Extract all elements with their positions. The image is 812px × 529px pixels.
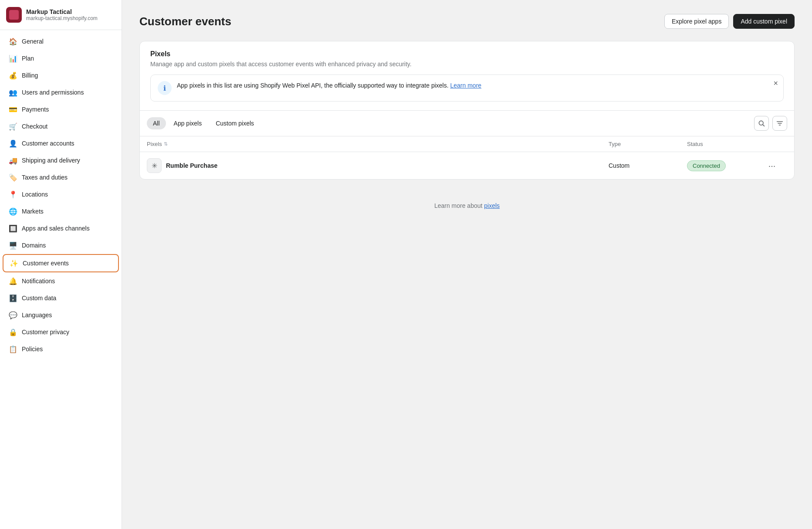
learn-more-section: Learn more about pixels: [139, 188, 795, 223]
sidebar-label-checkout: Checkout: [22, 123, 47, 130]
general-icon: 🏠: [9, 37, 17, 46]
column-header-actions: [765, 141, 787, 147]
header-actions: Explore pixel apps Add custom pixel: [664, 14, 795, 29]
tab-app-pixels[interactable]: App pixels: [168, 117, 208, 129]
domains-icon: 🖥️: [9, 241, 17, 250]
nav-section: 🏠General📊Plan💰Billing👥Users and permissi…: [0, 30, 122, 360]
sidebar-item-domains[interactable]: 🖥️Domains: [3, 237, 119, 254]
pixels-section-title: Pixels: [150, 50, 784, 58]
sidebar-item-custom-data[interactable]: 🗄️Custom data: [3, 290, 119, 306]
sidebar-label-markets: Markets: [22, 208, 44, 215]
sidebar-label-general: General: [22, 38, 44, 45]
checkout-icon: 🛒: [9, 122, 17, 131]
pixel-status: Connected: [687, 160, 765, 171]
store-name: Markup Tactical: [26, 8, 98, 15]
sidebar-label-policies: Policies: [22, 346, 43, 353]
sidebar-item-markets[interactable]: 🌐Markets: [3, 203, 119, 220]
column-header-pixels: Pixels ⇅: [147, 141, 609, 147]
sidebar-label-taxes: Taxes and duties: [22, 174, 68, 181]
sidebar-label-billing: Billing: [22, 72, 38, 79]
sidebar-label-payments: Payments: [22, 106, 49, 113]
sidebar-item-payments[interactable]: 💳Payments: [3, 101, 119, 118]
sidebar-item-locations[interactable]: 📍Locations: [3, 186, 119, 203]
filter-tabs: All App pixels Custom pixels: [140, 111, 794, 136]
sidebar-item-billing[interactable]: 💰Billing: [3, 67, 119, 84]
info-banner-text: App pixels in this list are using Shopif…: [177, 81, 776, 90]
pixels-card: Pixels Manage app and custom pixels that…: [139, 41, 795, 180]
sidebar-item-customer-privacy[interactable]: 🔒Customer privacy: [3, 324, 119, 340]
page-header: Customer events Explore pixel apps Add c…: [139, 14, 795, 29]
tab-actions: [754, 116, 787, 131]
learn-more-link-banner[interactable]: Learn more: [450, 82, 481, 89]
sidebar-label-locations: Locations: [22, 191, 48, 198]
sort-icon: [776, 120, 783, 127]
main-content: Customer events Explore pixel apps Add c…: [122, 0, 812, 529]
store-info: Markup Tactical markup-tactical.myshopif…: [26, 8, 98, 21]
more-options-button[interactable]: ···: [765, 159, 778, 172]
row-actions: ···: [765, 159, 787, 172]
shipping-icon: 🚚: [9, 156, 17, 165]
sidebar-label-domains: Domains: [22, 242, 46, 249]
sidebar-item-customer-accounts[interactable]: 👤Customer accounts: [3, 135, 119, 152]
sort-button[interactable]: [772, 116, 787, 131]
svg-line-1: [763, 125, 765, 126]
pixel-icon: ✳: [147, 158, 162, 173]
add-custom-pixel-button[interactable]: Add custom pixel: [733, 14, 795, 29]
tab-all[interactable]: All: [147, 117, 166, 129]
sidebar-label-customer-accounts: Customer accounts: [22, 140, 74, 147]
sidebar-item-checkout[interactable]: 🛒Checkout: [3, 118, 119, 135]
sidebar-label-custom-data: Custom data: [22, 295, 56, 302]
explore-pixel-apps-button[interactable]: Explore pixel apps: [664, 14, 729, 29]
learn-more-text: Learn more about: [434, 202, 484, 209]
apps-icon: 🔲: [9, 224, 17, 233]
close-banner-button[interactable]: ×: [773, 79, 778, 87]
sidebar-label-languages: Languages: [22, 312, 52, 319]
sidebar-label-plan: Plan: [22, 55, 34, 62]
page-title: Customer events: [139, 15, 231, 28]
sidebar-item-users[interactable]: 👥Users and permissions: [3, 84, 119, 101]
pixels-section-header: Pixels Manage app and custom pixels that…: [140, 41, 794, 111]
pixels-learn-more-link[interactable]: pixels: [484, 202, 500, 209]
sidebar-label-customer-privacy: Customer privacy: [22, 329, 69, 336]
column-header-status: Status: [687, 141, 765, 147]
custom-data-icon: 🗄️: [9, 294, 17, 302]
sidebar-label-shipping: Shipping and delivery: [22, 157, 80, 164]
status-badge: Connected: [687, 160, 726, 171]
info-icon: ℹ: [158, 81, 172, 95]
customer-events-icon: ✨: [10, 259, 18, 268]
markets-icon: 🌐: [9, 207, 17, 216]
store-url: markup-tactical.myshopify.com: [26, 15, 98, 21]
payments-icon: 💳: [9, 105, 17, 114]
pixel-name-cell: ✳ Rumble Purchase: [147, 158, 609, 173]
locations-icon: 📍: [9, 190, 17, 199]
column-header-type: Type: [609, 141, 687, 147]
customer-accounts-icon: 👤: [9, 139, 17, 148]
sidebar: Markup Tactical markup-tactical.myshopif…: [0, 0, 122, 529]
sidebar-item-general[interactable]: 🏠General: [3, 33, 119, 50]
search-icon: [758, 120, 765, 127]
pixels-section-description: Manage app and custom pixels that access…: [150, 61, 784, 68]
sidebar-item-notifications[interactable]: 🔔Notifications: [3, 273, 119, 289]
customer-privacy-icon: 🔒: [9, 328, 17, 336]
policies-icon: 📋: [9, 345, 17, 353]
sidebar-item-customer-events[interactable]: ✨Customer events: [3, 254, 119, 272]
notifications-icon: 🔔: [9, 277, 17, 285]
sidebar-label-notifications: Notifications: [22, 278, 55, 285]
sidebar-item-taxes[interactable]: 🏷️Taxes and duties: [3, 169, 119, 186]
store-header[interactable]: Markup Tactical markup-tactical.myshopif…: [0, 0, 122, 30]
users-icon: 👥: [9, 88, 17, 97]
sidebar-item-languages[interactable]: 💬Languages: [3, 307, 119, 323]
table-header: Pixels ⇅ Type Status: [140, 136, 794, 152]
sidebar-item-plan[interactable]: 📊Plan: [3, 50, 119, 67]
table-row: ✳ Rumble Purchase Custom Connected ···: [140, 152, 794, 179]
search-button[interactable]: [754, 116, 769, 131]
store-logo: [6, 7, 22, 23]
store-logo-mark: [9, 10, 19, 20]
sidebar-item-policies[interactable]: 📋Policies: [3, 341, 119, 357]
taxes-icon: 🏷️: [9, 173, 17, 182]
sidebar-item-apps[interactable]: 🔲Apps and sales channels: [3, 220, 119, 237]
sidebar-item-shipping[interactable]: 🚚Shipping and delivery: [3, 152, 119, 169]
languages-icon: 💬: [9, 311, 17, 319]
sort-arrows-icon: ⇅: [164, 141, 168, 147]
tab-custom-pixels[interactable]: Custom pixels: [210, 117, 260, 129]
